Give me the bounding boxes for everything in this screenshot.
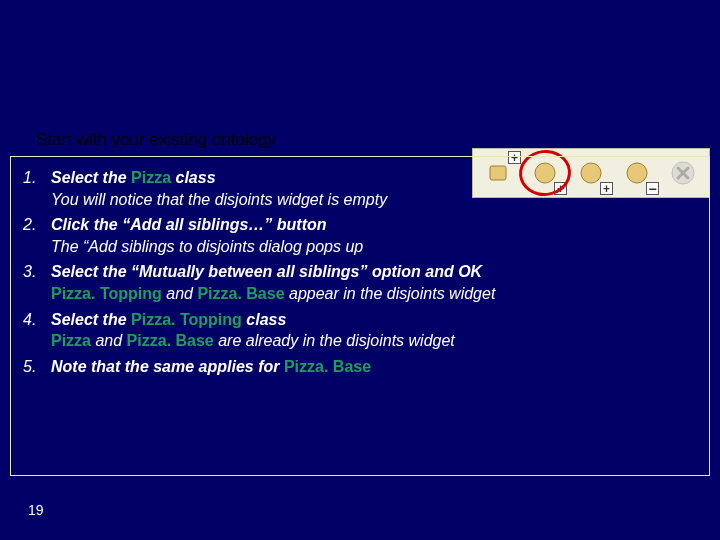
step-line1: Note that the same applies for Pizza. Ba… [51, 358, 371, 375]
page-number: 19 [28, 502, 44, 518]
step-line2: You will notice that the disjoints widge… [51, 191, 387, 208]
step-item: Note that the same applies for Pizza. Ba… [23, 356, 697, 378]
step-line1: Select the Pizza class [51, 169, 216, 186]
lead-text: Start with your existing ontology [36, 130, 276, 150]
step-line1: Select the Pizza. Topping class [51, 311, 286, 328]
steps-box: Select the Pizza class You will notice t… [10, 156, 710, 476]
step-line2: The “Add siblings to disjoints dialog po… [51, 238, 363, 255]
steps-list: Select the Pizza class You will notice t… [23, 167, 697, 377]
slide: Start with your existing ontology + + + [0, 0, 720, 540]
step-line2: Pizza and Pizza. Base are already in the… [51, 332, 455, 349]
step-item: Select the Pizza. Topping class Pizza an… [23, 309, 697, 352]
step-item: Click the “Add all siblings…” button The… [23, 214, 697, 257]
step-item: Select the Pizza class You will notice t… [23, 167, 697, 210]
step-line2: Pizza. Topping and Pizza. Base appear in… [51, 285, 495, 302]
step-item: Select the “Mutually between all sibling… [23, 261, 697, 304]
step-line1: Select the “Mutually between all sibling… [51, 263, 482, 280]
step-line1: Click the “Add all siblings…” button [51, 216, 327, 233]
